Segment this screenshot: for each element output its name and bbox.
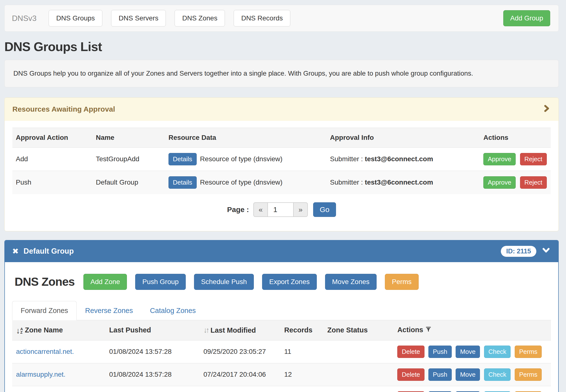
nav-dns-records-button[interactable]: DNS Records [234,10,290,27]
filter-icon[interactable] [425,326,431,334]
zones-table: ↓AZZone Name Last Pushed ↓↑Last Modified… [12,320,551,392]
col-last-modified[interactable]: ↓↑Last Modified [204,320,284,340]
zone-delete-button[interactable]: Delete [397,346,424,358]
resource-data-text: Resource of type (dnsview) [200,155,283,163]
approval-table: Approval Action Name Resource Data Appro… [12,128,551,194]
zone-status-value [327,386,397,392]
col-records[interactable]: Records [284,320,327,340]
close-icon[interactable]: ✖ [12,247,19,255]
approval-name-value: Default Group [96,171,168,194]
chevron-right-icon[interactable] [542,104,551,115]
approval-pagination: Page : « » Go [12,202,551,217]
page-next-button[interactable]: » [294,202,308,217]
nav-dns-groups-button[interactable]: DNS Groups [49,10,102,27]
group-panel-heading[interactable]: ✖ Default Group ID: 2115 [5,240,558,262]
page-number-input[interactable] [267,202,294,217]
push-group-button[interactable]: Push Group [135,274,185,290]
col-resource-data: Resource Data [168,128,330,147]
col-zone-name[interactable]: ↓AZZone Name [12,320,109,340]
approval-name-value: TestGroupAdd [96,147,168,171]
group-id-badge: ID: 2115 [501,246,536,257]
perms-button[interactable]: Perms [385,274,419,290]
top-navbar: DNSv3 DNS Groups DNS Servers DNS Zones D… [4,5,559,32]
submitter-label: Submitter : [330,155,363,163]
approve-button[interactable]: Approve [483,176,516,189]
zone-row: allvalleyas.com. 01/08/2024 13:57:35 01/… [12,386,551,392]
reject-button[interactable]: Reject [520,176,547,189]
submitter-label: Submitter : [330,179,363,186]
page-container: DNSv3 DNS Groups DNS Servers DNS Zones D… [4,5,559,392]
zone-perms-button[interactable]: Perms [515,346,542,358]
approval-panel: Resources Awaiting Approval Approval Act… [4,98,559,231]
zone-push-button[interactable]: Push [428,391,452,392]
add-zone-button[interactable]: Add Zone [83,274,127,290]
zone-check-button[interactable]: Check [484,346,511,358]
page-title: DNS Groups List [4,39,559,54]
approval-panel-body: Approval Action Name Resource Data Appro… [5,121,558,231]
group-panel: ✖ Default Group ID: 2115 DNS Zones Add Z… [4,240,559,392]
details-button[interactable]: Details [168,153,196,165]
zones-toolbar: DNS Zones Add Zone Push Group Schedule P… [14,274,551,290]
zone-check-button[interactable]: Check [484,368,511,381]
last-pushed-value: 01/08/2024 13:57:28 [109,363,204,386]
schedule-push-button[interactable]: Schedule Push [194,274,254,290]
col-last-pushed[interactable]: Last Pushed [109,320,204,340]
zone-delete-button[interactable]: Delete [397,368,424,381]
approval-action-value: Add [12,147,96,171]
export-zones-button[interactable]: Export Zones [262,274,317,290]
last-pushed-value: 01/08/2024 13:57:28 [109,340,204,363]
group-panel-body: DNS Zones Add Zone Push Group Schedule P… [5,262,558,392]
approve-button[interactable]: Approve [483,153,516,165]
zone-move-button[interactable]: Move [456,368,480,381]
nav-dns-servers-button[interactable]: DNS Servers [111,10,166,27]
col-zone-status[interactable]: Zone Status [327,320,397,340]
add-group-button[interactable]: Add Group [503,10,550,26]
app-brand: DNSv3 [12,14,37,23]
zone-row: actioncarrental.net. 01/08/2024 13:57:28… [12,340,551,363]
zone-name-link[interactable]: alarmsupply.net. [16,371,65,378]
last-modified-value: 01/03/2024 19:10:17 [204,386,284,392]
zones-section-title: DNS Zones [14,275,75,288]
col-name: Name [96,128,168,147]
chevron-down-icon[interactable] [541,246,551,256]
zone-check-button[interactable]: Check [484,391,511,392]
approval-row: Push Default Group Details Resource of t… [12,171,551,194]
zone-row: alarmsupply.net. 01/08/2024 13:57:28 07/… [12,363,551,386]
submitter-email: test3@6connect.com [365,179,433,186]
col-approval-action: Approval Action [12,128,96,147]
zone-move-button[interactable]: Move [456,391,480,392]
tab-forward-zones[interactable]: Forward Zones [12,301,77,320]
reject-button[interactable]: Reject [520,153,547,165]
approval-panel-heading[interactable]: Resources Awaiting Approval [5,98,558,121]
page-go-button[interactable]: Go [313,202,336,217]
page-label: Page : [227,206,249,214]
zone-delete-button[interactable]: Delete [397,391,424,392]
sort-alpha-icon[interactable]: ↓AZ [16,327,23,334]
page-prev-button[interactable]: « [253,202,267,217]
zone-perms-button[interactable]: Perms [515,391,542,392]
resource-data-text: Resource of type (dnsview) [200,179,283,186]
nav-dns-zones-button[interactable]: DNS Zones [175,10,225,27]
submitter-email: test3@6connect.com [365,155,433,163]
tab-reverse-zones[interactable]: Reverse Zones [77,301,141,320]
records-value: 11 [284,340,327,363]
last-modified-value: 07/24/2017 20:04:06 [204,363,284,386]
col-actions: Actions [483,128,551,147]
zone-name-link[interactable]: actioncarrental.net. [16,348,74,355]
zone-tabs: Forward Zones Reverse Zones Catalog Zone… [12,301,551,320]
approval-panel-title: Resources Awaiting Approval [12,105,115,113]
zone-move-button[interactable]: Move [456,346,480,358]
records-value: 9 [284,386,327,392]
tab-catalog-zones[interactable]: Catalog Zones [141,301,205,320]
last-modified-value: 09/25/2020 23:05:27 [204,340,284,363]
zone-push-button[interactable]: Push [428,346,452,358]
col-approval-info: Approval Info [330,128,483,147]
move-zones-button[interactable]: Move Zones [325,274,377,290]
zones-header-row: ↓AZZone Name Last Pushed ↓↑Last Modified… [12,320,551,340]
approval-row: Add TestGroupAdd Details Resource of typ… [12,147,551,171]
col-zone-actions[interactable]: Actions [397,320,551,340]
zone-push-button[interactable]: Push [428,368,452,381]
details-button[interactable]: Details [168,176,196,189]
zone-perms-button[interactable]: Perms [515,368,542,381]
sort-updown-icon[interactable]: ↓↑ [204,326,208,334]
